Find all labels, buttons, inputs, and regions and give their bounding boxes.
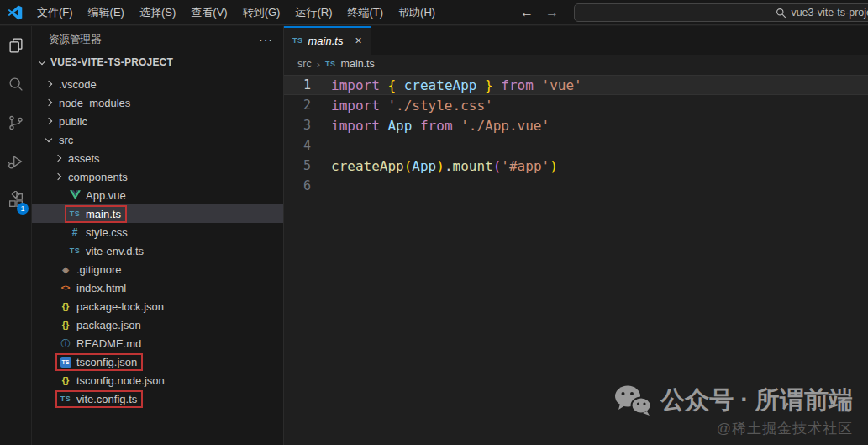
file-tree: .vscodenode_modulespublicsrcassetscompon… — [32, 75, 283, 408]
file-name: tsconfig.json — [76, 356, 137, 368]
css-file-icon: # — [68, 226, 82, 238]
line-number: 6 — [284, 178, 331, 193]
menu-item-0[interactable]: 文件(F) — [29, 0, 81, 24]
tree-item-style-css[interactable]: #style.css — [32, 223, 283, 241]
command-center-search[interactable]: vue3-vite-ts-proje — [574, 3, 868, 22]
activity-item-search[interactable] — [0, 65, 32, 103]
chevron-down-icon — [45, 135, 52, 141]
line-number: 5 — [284, 158, 331, 173]
activity-item-explorer[interactable] — [0, 26, 32, 65]
menu-item-6[interactable]: 终端(T) — [339, 0, 391, 24]
chevron-right-icon — [45, 99, 52, 106]
search-icon — [776, 8, 786, 19]
tree-item-tsconfig-node-json[interactable]: {}tsconfig.node.json — [32, 371, 283, 389]
code-line-4[interactable]: 4 — [284, 135, 868, 156]
tree-item-index-html[interactable]: <>index.html — [32, 278, 283, 297]
json-file-icon: {} — [59, 320, 72, 330]
code-line-6[interactable]: 6 — [284, 176, 868, 196]
project-name: VUE3-VITE-TS-PROJECT — [50, 56, 173, 68]
file-name: style.css — [86, 226, 128, 239]
chevron-right-icon — [55, 173, 61, 180]
files-icon — [7, 36, 25, 55]
menu-bar: 文件(F)编辑(E)选择(S)查看(V)转到(G)运行(R)终端(T)帮助(H) — [29, 0, 443, 24]
tree-item-package-json[interactable]: {}package.json — [32, 315, 283, 334]
code-editor[interactable]: 1import { createApp } from 'vue'2import … — [284, 75, 868, 196]
extensions-badge: 1 — [17, 203, 29, 215]
vscode-window: 文件(F)编辑(E)选择(S)查看(V)转到(G)运行(R)终端(T)帮助(H)… — [0, 0, 868, 445]
typescript-file-icon: TS — [292, 36, 303, 45]
more-actions-icon[interactable]: ··· — [259, 33, 273, 46]
tab-main-ts[interactable]: TS main.ts × — [284, 26, 371, 55]
file-name: public — [59, 115, 87, 128]
file-name: App.vue — [86, 189, 126, 202]
project-section-header[interactable]: VUE3-VITE-TS-PROJECT — [32, 53, 283, 72]
vscode-logo-icon — [8, 5, 23, 20]
file-name: tsconfig.node.json — [76, 374, 165, 387]
file-name: index.html — [76, 282, 126, 294]
tab-label: main.ts — [308, 34, 344, 47]
code-line-1[interactable]: 1import { createApp } from 'vue' — [284, 75, 868, 95]
red-annotation-box: TSvite.config.ts — [55, 390, 143, 408]
tree-item-vite-env-d-ts[interactable]: TSvite-env.d.ts — [32, 241, 283, 260]
menu-item-1[interactable]: 编辑(E) — [81, 0, 132, 24]
tree-item-package-lock-json[interactable]: {}package-lock.json — [32, 297, 283, 315]
file-name: .gitignore — [76, 263, 121, 276]
tree-item-readme-md[interactable]: ⓘREADME.md — [32, 334, 283, 352]
tree-item-components[interactable]: components — [32, 167, 283, 186]
tree-item-public[interactable]: public — [32, 112, 283, 130]
menu-item-5[interactable]: 运行(R) — [287, 0, 339, 24]
tree-item-vite-config-ts[interactable]: TSvite.config.ts — [32, 389, 283, 408]
file-name: src — [59, 134, 73, 146]
breadcrumb-folder[interactable]: src — [297, 58, 312, 70]
source-control-icon — [7, 114, 25, 132]
search-text: vue3-vite-ts-proje — [791, 7, 868, 19]
sidebar-title: 资源管理器 — [49, 33, 102, 47]
file-name: package-lock.json — [76, 300, 164, 313]
tab-bar: TS main.ts × — [284, 26, 868, 55]
chevron-right-icon — [55, 155, 61, 162]
line-number: 1 — [284, 77, 331, 93]
tree-item-tsconfig-json[interactable]: TStsconfig.json — [32, 352, 283, 371]
tree-item-node-modules[interactable]: node_modules — [32, 93, 283, 112]
readme-file-icon: ⓘ — [59, 337, 72, 350]
menu-item-2[interactable]: 选择(S) — [132, 0, 183, 24]
tsconfig-file-icon: TS — [59, 357, 72, 368]
code-line-2[interactable]: 2import './style.css' — [284, 95, 868, 115]
file-name: node_modules — [59, 97, 130, 109]
chevron-down-icon — [39, 57, 45, 64]
chevron-right-icon — [45, 118, 52, 124]
activity-item-source-control[interactable] — [0, 103, 32, 142]
file-name: main.ts — [86, 208, 121, 220]
close-icon[interactable]: × — [355, 34, 361, 47]
tree-item--gitignore[interactable]: ◈.gitignore — [32, 260, 283, 278]
git-file-icon: ◈ — [59, 265, 72, 274]
editor-group: TS main.ts × src › TS main.ts 1import { … — [284, 26, 868, 445]
tree-item-src[interactable]: src — [32, 130, 283, 149]
activity-item-run-debug[interactable] — [0, 142, 32, 181]
tree-item-assets[interactable]: assets — [32, 149, 283, 167]
tree-item--vscode[interactable]: .vscode — [32, 75, 283, 93]
tree-item-main-ts[interactable]: TSmain.ts — [32, 204, 283, 223]
json-file-icon: {} — [59, 375, 72, 385]
code-text: import './style.css' — [331, 98, 493, 114]
run-debug-icon — [7, 152, 25, 171]
json-file-icon: {} — [59, 301, 72, 311]
file-name: vite.config.ts — [76, 393, 137, 405]
breadcrumb-file[interactable]: main.ts — [341, 58, 375, 70]
menu-item-7[interactable]: 帮助(H) — [391, 0, 443, 24]
menu-item-3[interactable]: 查看(V) — [183, 0, 234, 24]
code-line-3[interactable]: 3import App from './App.vue' — [284, 115, 868, 135]
forward-icon[interactable]: → — [544, 4, 560, 21]
menu-item-4[interactable]: 转到(G) — [235, 0, 288, 24]
tree-item-app-vue[interactable]: App.vue — [32, 186, 283, 204]
explorer-sidebar: 资源管理器 ··· VUE3-VITE-TS-PROJECT .vscodeno… — [32, 26, 284, 445]
file-name: assets — [68, 152, 100, 165]
code-line-5[interactable]: 5createApp(App).mount('#app') — [284, 156, 868, 176]
history-nav: ← → — [518, 0, 560, 25]
red-annotation-box: TStsconfig.json — [55, 353, 143, 371]
vue-file-icon — [68, 190, 82, 200]
title-bar: 文件(F)编辑(E)选择(S)查看(V)转到(G)运行(R)终端(T)帮助(H)… — [0, 0, 868, 25]
back-icon[interactable]: ← — [518, 4, 535, 21]
activity-item-extensions[interactable]: 1 — [0, 181, 32, 220]
file-name: .vscode — [59, 78, 97, 91]
